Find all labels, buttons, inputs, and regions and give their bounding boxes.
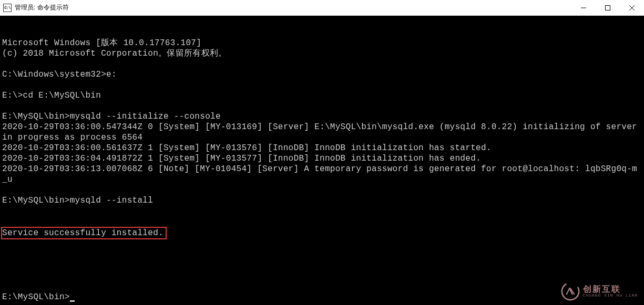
maximize-button[interactable] [596,0,620,15]
terminal-line: Microsoft Windows [版本 10.0.17763.107] [2,38,642,48]
terminal-line: E:\MySQL\bin>mysqld --initialize --conso… [2,111,642,122]
titlebar: C:\ 管理员: 命令提示符 [0,0,644,16]
terminal-line [2,185,642,195]
watermark-text-en: CHUANG XIN HU LIAN [583,293,638,298]
terminal-line: 2020-10-29T03:36:00.561637Z 1 [System] [… [2,143,642,153]
terminal-blank [2,260,642,271]
terminal-line: E:\MySQL\bin>mysqld --install [2,195,642,206]
watermark-logo-icon [561,282,580,301]
cmd-icon: C:\ [3,4,12,12]
close-button[interactable] [620,0,644,15]
minimize-button[interactable] [571,0,596,15]
svg-rect-1 [606,5,610,10]
watermark-text-cn: 创新互联 [583,285,638,294]
current-prompt: E:\MySQL\bin> [2,292,642,302]
window-controls [571,0,644,15]
watermark: 创新互联 CHUANG XIN HU LIAN [561,282,638,301]
terminal-line: 2020-10-29T03:36:04.491872Z 1 [System] [… [2,153,642,164]
terminal-line: (c) 2018 Microsoft Corporation。保留所有权利。 [2,48,642,59]
terminal-line [2,80,642,90]
terminal-line [2,59,642,69]
terminal-line: 2020-10-29T03:36:00.547344Z 0 [System] [… [2,122,642,143]
terminal-line: C:\Windows\system32>e: [2,69,642,80]
cursor [70,300,75,302]
terminal-line [2,101,642,111]
terminal-output[interactable]: Microsoft Windows [版本 10.0.17763.107](c)… [0,16,644,305]
window-title: 管理员: 命令提示符 [15,3,571,12]
terminal-line: E:\>cd E:\MySQL\bin [2,90,642,101]
terminal-line: 2020-10-29T03:36:13.007068Z 6 [Note] [MY… [2,164,642,185]
highlighted-output: Service successfully installed. [1,227,167,239]
